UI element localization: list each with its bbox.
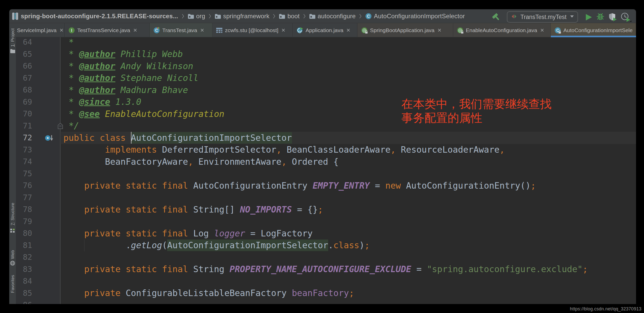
line-number-67: 67 bbox=[16, 72, 32, 84]
editor-tab-EnableAutoConfiguration.java[interactable]: @EnableAutoConfiguration.java bbox=[453, 23, 551, 37]
build-project-button[interactable] bbox=[491, 12, 501, 23]
debug-button[interactable] bbox=[596, 13, 605, 22]
class-icon: C bbox=[365, 13, 372, 20]
folder-icon bbox=[215, 14, 221, 19]
breadcrumb: spring-boot-autoconfigure-2.1.5.RELEASE-… bbox=[12, 9, 465, 23]
folder-tool-icon bbox=[10, 49, 15, 54]
stripe-label-7-Structure[interactable]: 7: Structure bbox=[10, 203, 15, 225]
code-line-70: * @see EnableAutoConfiguration bbox=[63, 108, 224, 120]
code-line-66: * @author Andy Wilkinson bbox=[63, 60, 193, 72]
line-number-70: 70 bbox=[16, 108, 32, 120]
breadcrumb-chevron-icon bbox=[273, 13, 276, 19]
stripe-label-Web[interactable]: Web bbox=[10, 250, 15, 259]
code-line-71: */ bbox=[63, 120, 79, 132]
breadcrumb-chevron-icon bbox=[359, 13, 362, 19]
svg-text:C: C bbox=[155, 28, 158, 32]
text-caret bbox=[131, 132, 131, 144]
editor-tab-Application.java[interactable]: Application.java bbox=[293, 23, 357, 37]
annotation-lock-icon: @ bbox=[361, 27, 368, 34]
annotation-line1: 在本类中，我们需要继续查找 bbox=[401, 97, 552, 111]
breadcrumb-chevron-icon bbox=[303, 13, 306, 19]
breadcrumb-folder-org[interactable]: org bbox=[188, 13, 205, 20]
run-config-selector[interactable]: TransTest.myTest bbox=[507, 11, 578, 23]
code-line-81: .getLog(AutoConfigurationImportSelector.… bbox=[63, 240, 370, 252]
stripe-label-1-Project[interactable]: 1: Project bbox=[10, 28, 15, 47]
code-line-76: private static final AutoConfigurationEn… bbox=[63, 180, 536, 192]
tab-close-icon[interactable] bbox=[281, 28, 286, 32]
folder-icon bbox=[188, 14, 194, 19]
line-number-86: 86 bbox=[16, 299, 32, 304]
editor-tab-SpringBootApplication.java[interactable]: @SpringBootApplication.java bbox=[357, 23, 453, 37]
breadcrumb-project[interactable]: spring-boot-autoconfigure-2.1.5.RELEASE-… bbox=[21, 13, 178, 20]
line-number-84: 84 bbox=[16, 275, 32, 287]
table-icon bbox=[216, 27, 223, 33]
ide-screenshot: spring-boot-autoconfigure-2.1.5.RELEASE-… bbox=[0, 0, 644, 313]
breadcrumb-folder-springframework[interactable]: springframework bbox=[215, 13, 269, 20]
tab-label: SpringBootApplication.java bbox=[370, 27, 434, 33]
line-number-83: 83 bbox=[16, 263, 32, 275]
fold-marker-icon[interactable] bbox=[58, 123, 63, 130]
class-lock-icon: C bbox=[554, 27, 561, 34]
folder-icon bbox=[309, 14, 316, 19]
tab-label: AutoConfigurationImportSele bbox=[563, 27, 633, 33]
code-line-80: private static final Log logger = LogFac… bbox=[63, 227, 312, 240]
line-number-80: 80 bbox=[16, 227, 32, 240]
tab-close-icon[interactable] bbox=[437, 28, 442, 32]
tab-close-icon[interactable] bbox=[133, 28, 137, 32]
implementations-gutter-icon[interactable] bbox=[45, 134, 58, 143]
code-line-69: * @since 1.3.0 bbox=[63, 96, 141, 108]
line-number-78: 78 bbox=[16, 204, 32, 216]
chevron-down-icon bbox=[570, 15, 574, 19]
tab-label: ServiceImpl.java bbox=[17, 27, 56, 33]
stripe-label-Favorites[interactable]: Favorites bbox=[10, 275, 15, 293]
tab-label: zcwfs.stu [@localhost] bbox=[225, 27, 278, 33]
editor-tab-AutoConfigurationImportSele[interactable]: CAutoConfigurationImportSele bbox=[551, 23, 636, 37]
watermark-url: https://blog.csdn.net/qq_32370913 bbox=[570, 306, 641, 312]
line-number-73: 73 bbox=[16, 144, 32, 156]
line-number-71: 71 bbox=[16, 120, 32, 132]
line-number-79: 79 bbox=[16, 216, 32, 228]
tab-close-icon[interactable] bbox=[200, 28, 204, 32]
line-number-81: 81 bbox=[16, 240, 32, 252]
profiler-button[interactable] bbox=[620, 12, 632, 23]
line-number-77: 77 bbox=[16, 192, 32, 204]
code-line-64: * bbox=[63, 37, 74, 48]
bootapp-icon bbox=[296, 27, 303, 34]
run-config-label: TransTest.myTest bbox=[520, 14, 567, 21]
annotation-lock-icon: @ bbox=[457, 27, 463, 34]
editor-tab-TestTransService.java[interactable]: ITestTransService.java bbox=[65, 23, 150, 37]
line-number-76: 76 bbox=[16, 180, 32, 192]
line-number-64: 64 bbox=[16, 37, 32, 48]
breadcrumb-chevron-icon bbox=[209, 13, 211, 19]
line-number-65: 65 bbox=[16, 48, 32, 60]
svg-text:C: C bbox=[367, 14, 370, 19]
code-line-83: private static final String PROPERTY_NAM… bbox=[63, 263, 588, 275]
code-line-74: BeanFactoryAware, EnvironmentAware, Orde… bbox=[63, 156, 338, 168]
code-line-85: private ConfigurableListableBeanFactory … bbox=[63, 287, 354, 299]
line-number-68: 68 bbox=[16, 84, 32, 96]
line-number-85: 85 bbox=[16, 287, 32, 299]
junit-config-icon bbox=[511, 13, 517, 21]
class-run-icon: C bbox=[153, 27, 160, 34]
tab-label: TransTest.java bbox=[162, 27, 197, 33]
tab-close-icon[interactable] bbox=[346, 28, 351, 32]
breadcrumb-folder-autoconfigure[interactable]: autoconfigure bbox=[309, 13, 356, 20]
tab-close-icon[interactable] bbox=[540, 28, 544, 32]
editor-tab-TransTest.java[interactable]: CTransTest.java bbox=[150, 23, 212, 37]
code-line-68: * @author Madhura Bhave bbox=[63, 84, 188, 96]
run-with-coverage-button[interactable] bbox=[608, 13, 618, 23]
line-number-75: 75 bbox=[16, 168, 32, 180]
breadcrumb-folder-boot[interactable]: boot bbox=[279, 13, 300, 20]
interface-icon: I bbox=[68, 27, 75, 34]
line-number-66: 66 bbox=[16, 60, 32, 72]
line-number-69: 69 bbox=[16, 96, 32, 108]
editor-tab-zcwfs.stu-localhost-[interactable]: zcwfs.stu [@localhost] bbox=[212, 23, 293, 37]
breadcrumb-chevron-icon bbox=[182, 13, 184, 19]
line-number-74: 74 bbox=[16, 156, 32, 168]
breadcrumb-class[interactable]: CAutoConfigurationImportSelector bbox=[365, 13, 465, 20]
editor-tab-ServiceImpl.java[interactable]: ServiceImpl.java bbox=[16, 23, 65, 37]
tab-close-icon[interactable] bbox=[59, 28, 64, 32]
svg-text:I: I bbox=[71, 28, 72, 32]
run-button[interactable] bbox=[585, 13, 593, 22]
globe-icon bbox=[10, 261, 15, 267]
